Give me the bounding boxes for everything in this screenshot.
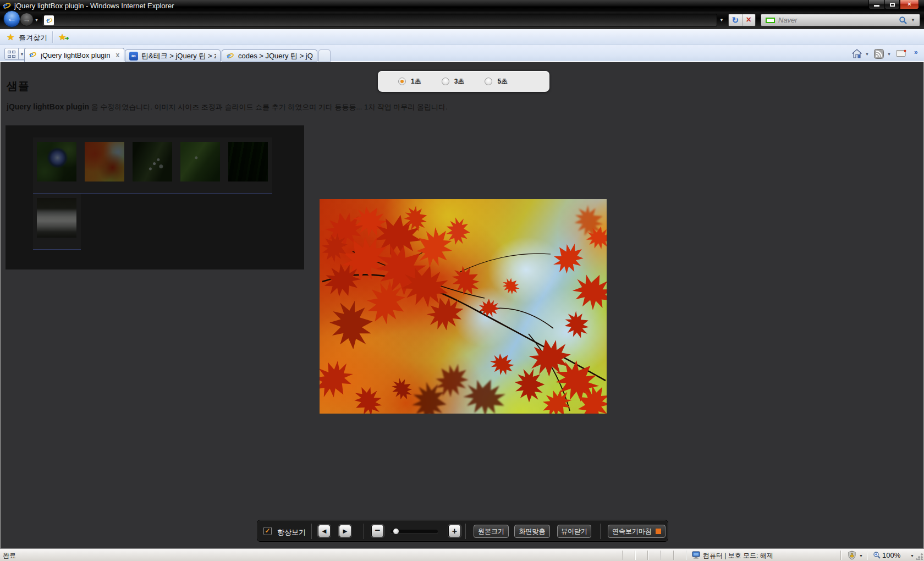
rss-feed-icon[interactable] xyxy=(874,49,884,59)
ie-favicon-icon: e xyxy=(227,52,234,59)
divider xyxy=(840,551,841,560)
always-show-checkbox[interactable]: ✓ xyxy=(263,527,272,535)
zoom-slider-knob[interactable] xyxy=(393,529,399,534)
zoom-level-text[interactable]: 100% xyxy=(882,551,900,559)
interval-option-3s[interactable]: 3초 xyxy=(442,77,465,86)
divider xyxy=(600,524,601,539)
tab-bar: ▼ e jQuery lightBox plugin x ∞ 팁&테크 > jQ… xyxy=(0,45,924,62)
interval-option-1s[interactable]: 1초 xyxy=(398,77,421,86)
divider xyxy=(660,551,661,560)
window-title: jQuery lightBox plugin - Windows Interne… xyxy=(14,2,174,10)
tab-tips-tech[interactable]: ∞ 팁&테크 > jQuery 팁 > z-... xyxy=(125,50,221,62)
quick-tabs-grid-icon xyxy=(8,51,15,58)
zoom-out-button[interactable]: − xyxy=(371,525,384,537)
address-dropdown-icon[interactable]: ▼ xyxy=(719,18,724,23)
add-favorite-arrow-icon: ➜ xyxy=(64,35,69,41)
refresh-stop-group: ↻ × xyxy=(728,14,756,26)
next-image-button[interactable]: ► xyxy=(339,525,351,537)
refresh-icon[interactable]: ↻ xyxy=(729,14,743,26)
protected-mode-dropdown-icon[interactable]: ▼ xyxy=(859,554,863,558)
favorites-star-icon[interactable]: ★ xyxy=(7,32,14,42)
divider xyxy=(673,551,674,560)
forward-button[interactable]: → xyxy=(20,13,34,26)
page-favicon-icon: e xyxy=(44,15,54,25)
stop-square-icon xyxy=(656,529,661,534)
divider xyxy=(635,551,635,560)
close-button[interactable]: × xyxy=(900,0,919,9)
thumbnail-grass[interactable] xyxy=(224,138,272,194)
always-show-label: 항상보기 xyxy=(277,527,306,537)
lightbox-photo-maple-leaves[interactable] xyxy=(320,199,607,414)
divider xyxy=(647,551,648,560)
slideshow-interval-panel: 1초 3초 5초 xyxy=(378,71,549,92)
resize-grip xyxy=(916,553,923,560)
zoom-slider[interactable] xyxy=(391,530,438,534)
previous-image-button[interactable]: ◄ xyxy=(318,525,331,537)
divider xyxy=(867,551,867,560)
tab-label: 팁&테크 > jQuery 팁 > z-... xyxy=(141,51,216,61)
feeds-dropdown-icon[interactable]: ▼ xyxy=(887,52,891,56)
viewer-toolbar: ✓ 항상보기 ◄ ► − + 원본크기 화면맞춤 뷰어닫기 연속보기마침 xyxy=(257,520,668,542)
back-button[interactable]: ← xyxy=(3,10,20,28)
divider xyxy=(52,31,53,43)
intro-text: jQuery lightBox plugin 을 수정하였습니다. 이미지 사이… xyxy=(7,102,448,112)
tab-label: codes > JQuery 팁 > jQue... xyxy=(238,51,313,61)
window-controls: × xyxy=(868,0,919,9)
minimize-button[interactable] xyxy=(868,0,884,9)
computer-icon xyxy=(692,551,701,559)
restore-button[interactable] xyxy=(884,0,900,9)
thumbnail-white-suv[interactable] xyxy=(33,194,81,250)
address-input[interactable] xyxy=(54,14,717,26)
stop-slideshow-button[interactable]: 연속보기마침 xyxy=(608,525,666,538)
intro-rest: 을 수정하였습니다. 이미지 사이즈 조정과 슬라이드 쇼를 추가 하였으며 기… xyxy=(89,103,447,111)
title-bar: e jQuery lightBox plugin - Windows Inter… xyxy=(0,0,924,12)
navigation-bar: ← → ▼ e ▼ ↻ × ▼ xyxy=(0,12,924,29)
security-zone-text: 컴퓨터 | 보호 모드: 해제 xyxy=(703,551,773,560)
status-bar: 완료 컴퓨터 | 보호 모드: 해제 ▼ 100% ▼ xyxy=(0,548,924,561)
thumbnail-red-maple[interactable] xyxy=(81,138,129,194)
thumbnail-blue-flower[interactable] xyxy=(33,138,81,194)
radio-selected-icon[interactable] xyxy=(398,78,406,85)
zoom-magnifier-icon[interactable] xyxy=(873,551,881,559)
naver-logo-icon xyxy=(766,18,775,23)
radio-icon[interactable] xyxy=(485,78,492,85)
history-dropdown-icon[interactable]: ▼ xyxy=(35,18,38,22)
intro-bold: jQuery lightBox plugin xyxy=(7,102,89,111)
new-tab-stub[interactable] xyxy=(318,50,331,62)
divider xyxy=(622,551,623,560)
zoom-dropdown-icon[interactable]: ▼ xyxy=(910,554,914,558)
thumbnail-gallery xyxy=(6,125,304,270)
radio-label: 5초 xyxy=(497,77,508,86)
tistory-favicon-icon: ∞ xyxy=(129,52,138,61)
home-icon[interactable] xyxy=(852,49,862,59)
close-viewer-button[interactable]: 뷰어닫기 xyxy=(557,525,591,538)
tab-close-icon[interactable]: x xyxy=(116,51,119,59)
stop-icon[interactable]: × xyxy=(743,14,756,26)
divider xyxy=(465,524,466,539)
tab-jquery-lightbox[interactable]: e jQuery lightBox plugin x xyxy=(24,48,124,62)
search-icon[interactable] xyxy=(899,16,908,25)
home-dropdown-icon[interactable]: ▼ xyxy=(865,52,869,56)
tab-codes[interactable]: e codes > JQuery 팁 > jQue... xyxy=(222,50,317,62)
search-box[interactable]: ▼ xyxy=(761,14,920,26)
page-content: 샘플 jQuery lightBox plugin 을 수정하였습니다. 이미지… xyxy=(0,62,924,548)
thumbnail-green-dew[interactable] xyxy=(177,138,224,194)
radio-icon[interactable] xyxy=(442,78,449,85)
zoom-in-button[interactable]: + xyxy=(448,525,461,537)
read-mail-icon[interactable] xyxy=(896,49,907,58)
fit-screen-button[interactable]: 화면맞춤 xyxy=(514,525,550,538)
security-shield-icon[interactable] xyxy=(848,551,856,560)
divider xyxy=(311,524,312,539)
address-bar[interactable]: e xyxy=(42,14,717,26)
radio-label: 1초 xyxy=(411,77,421,86)
search-input[interactable] xyxy=(778,16,899,24)
favorites-button[interactable]: 즐겨찾기 xyxy=(19,33,47,43)
quick-tabs-button[interactable] xyxy=(4,48,19,60)
toolbar-overflow-chevron-icon[interactable]: » xyxy=(914,48,918,56)
interval-option-5s[interactable]: 5초 xyxy=(485,77,508,86)
search-options-dropdown-icon[interactable]: ▼ xyxy=(911,18,915,23)
divider xyxy=(686,551,686,560)
maple-leaves xyxy=(320,200,607,414)
original-size-button[interactable]: 원본크기 xyxy=(474,525,509,538)
thumbnail-leaf-waterdrops[interactable] xyxy=(129,138,177,194)
